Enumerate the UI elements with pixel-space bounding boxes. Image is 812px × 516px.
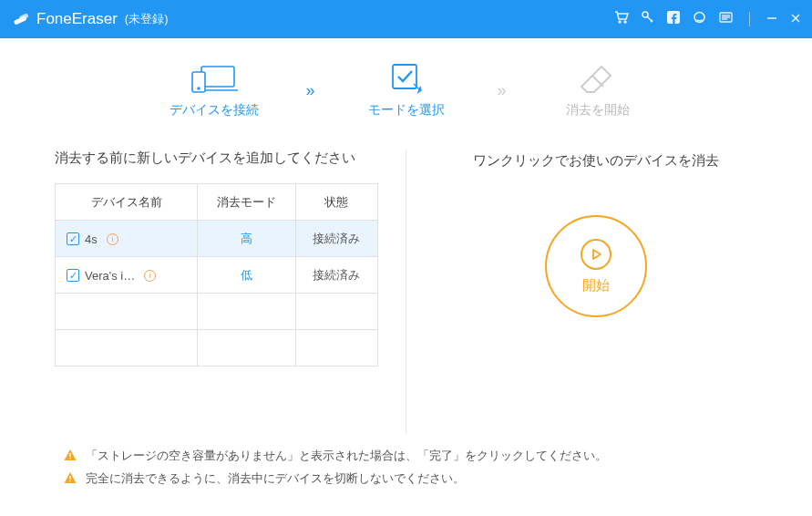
app-logo: FoneEraser (未登録) — [11, 9, 169, 29]
step-select-label: モードを選択 — [368, 102, 445, 119]
info-icon[interactable]: i — [144, 270, 156, 282]
add-device-title: 消去する前に新しいデバイスを追加してください — [55, 150, 378, 167]
menu-icon[interactable] — [719, 11, 733, 28]
step-erase: 消去を開始 — [543, 62, 653, 119]
warnings: 「ストレージの空き容量がありません」と表示された場合は、「完了」をクリックしてく… — [0, 434, 812, 516]
svg-rect-21 — [69, 476, 70, 480]
right-panel: ワンクリックでお使いのデバイスを消去 開始 — [406, 150, 757, 434]
minimize-button[interactable] — [766, 11, 777, 27]
devices-icon — [190, 62, 238, 95]
table-row — [56, 330, 378, 366]
key-icon[interactable] — [642, 11, 654, 27]
eraser-icon — [580, 62, 616, 95]
device-name: Vera's i… — [85, 269, 135, 283]
checkbox-select-icon — [388, 62, 425, 95]
step-erase-label: 消去を開始 — [566, 102, 630, 119]
device-name: 4s — [85, 232, 98, 246]
step-connect[interactable]: デバイスを接続 — [159, 62, 269, 119]
table-row[interactable]: ✓ Vera's i… i 低 接続済み — [56, 257, 378, 294]
cart-icon[interactable] — [614, 10, 629, 28]
table-row[interactable]: ✓ 4s i 高 接続済み — [56, 221, 378, 257]
warning-icon — [64, 449, 77, 464]
start-button-label: 開始 — [582, 277, 610, 294]
checkbox-icon[interactable]: ✓ — [67, 269, 79, 282]
device-state: 接続済み — [295, 257, 377, 294]
warning-disconnect: 完全に消去できるように、消去中にデバイスを切断しないでください。 — [64, 471, 748, 487]
step-connect-label: デバイスを接続 — [170, 102, 259, 119]
svg-rect-19 — [69, 453, 70, 457]
warning-text: 完全に消去できるように、消去中にデバイスを切断しないでください。 — [86, 471, 465, 487]
erase-mode-link[interactable]: 低 — [241, 268, 252, 282]
svg-line-18 — [592, 76, 603, 87]
play-icon — [581, 239, 612, 270]
titlebar: FoneEraser (未登録) — [0, 0, 812, 38]
col-state: 状態 — [295, 184, 377, 221]
one-click-title: ワンクリックでお使いのデバイスを消去 — [473, 150, 719, 171]
start-button[interactable]: 開始 — [545, 215, 647, 317]
left-panel: 消去する前に新しいデバイスを追加してください デバイス名前 消去モード 状態 ✓ — [55, 150, 406, 434]
step-select[interactable]: モードを選択 — [352, 62, 461, 119]
warning-storage: 「ストレージの空き容量がありません」と表示された場合は、「完了」をクリックしてく… — [64, 449, 748, 464]
svg-rect-13 — [201, 67, 234, 87]
titlebar-controls — [614, 10, 801, 28]
app-name: FoneEraser — [36, 10, 118, 28]
svg-rect-17 — [393, 65, 416, 88]
close-button[interactable] — [790, 11, 801, 27]
svg-point-2 — [619, 21, 621, 23]
step-separator-icon: » — [498, 81, 507, 100]
warning-icon — [64, 471, 77, 487]
step-separator-icon: » — [305, 81, 314, 100]
checkbox-icon[interactable]: ✓ — [67, 232, 79, 245]
col-device-name: デバイス名前 — [56, 184, 198, 221]
warning-text: 「ストレージの空き容量がありません」と表示された場合は、「完了」をクリックしてく… — [86, 449, 607, 464]
erase-mode-link[interactable]: 高 — [241, 232, 252, 245]
table-row — [56, 294, 378, 330]
svg-point-3 — [624, 21, 626, 23]
svg-point-16 — [198, 88, 200, 89]
info-icon[interactable]: i — [107, 233, 118, 245]
titlebar-divider — [749, 12, 750, 26]
col-erase-mode: 消去モード — [198, 184, 295, 221]
eraser-logo-icon — [11, 9, 31, 29]
devices-table: デバイス名前 消去モード 状態 ✓ 4s i — [55, 183, 378, 366]
svg-rect-22 — [69, 480, 70, 481]
app-status: (未登録) — [125, 11, 169, 27]
steps-nav: デバイスを接続 » モードを選択 » 消去を開始 — [0, 38, 812, 140]
facebook-icon[interactable] — [667, 11, 680, 27]
device-state: 接続済み — [295, 221, 377, 257]
feedback-icon[interactable] — [693, 11, 706, 28]
svg-rect-20 — [69, 458, 70, 459]
